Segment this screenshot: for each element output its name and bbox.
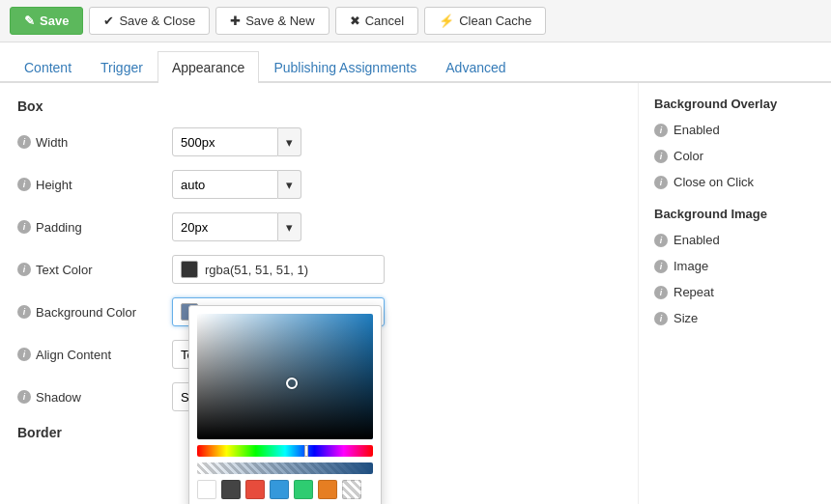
swatch-white[interactable] — [197, 480, 216, 499]
overlay-enabled-row: i Enabled — [654, 123, 816, 137]
image-repeat-row: i Repeat — [654, 285, 816, 299]
align-info-icon[interactable]: i — [17, 348, 31, 361]
color-swatches — [197, 480, 373, 499]
image-repeat-info-icon[interactable]: i — [654, 286, 668, 299]
tab-publishing[interactable]: Publishing Assignments — [259, 51, 431, 83]
width-control: ▾ — [172, 127, 301, 156]
width-info-icon[interactable]: i — [17, 135, 31, 149]
overlay-enabled-label: Enabled — [673, 123, 720, 137]
width-label: i Width — [17, 135, 172, 150]
hue-bar[interactable] — [197, 445, 373, 457]
width-input[interactable] — [172, 127, 278, 156]
right-panel: Background Overlay i Enabled i Color i C… — [638, 83, 831, 504]
save-new-button[interactable]: ✚ Save & New — [215, 7, 330, 35]
box-section-title: Box — [17, 98, 620, 114]
height-info-icon[interactable]: i — [17, 178, 31, 191]
text-color-field-row: i Text Color rgba(51, 51, 51, 1) — [17, 255, 620, 284]
tab-advanced[interactable]: Advanced — [431, 51, 520, 83]
swatch-blue[interactable] — [270, 480, 289, 499]
cancel-icon: ✖ — [350, 14, 360, 28]
text-color-info-icon[interactable]: i — [17, 263, 31, 276]
padding-input[interactable] — [172, 212, 278, 241]
image-size-info-icon[interactable]: i — [654, 312, 668, 325]
padding-dropdown[interactable]: ▾ — [278, 212, 301, 241]
swatch-orange[interactable] — [318, 480, 337, 499]
height-control: ▾ — [172, 170, 301, 199]
image-size-label: Size — [673, 311, 698, 325]
overlay-color-label: Color — [673, 149, 703, 163]
text-color-input[interactable]: rgba(51, 51, 51, 1) — [172, 255, 385, 284]
image-enabled-label: Enabled — [673, 233, 720, 247]
height-label: i Height — [17, 178, 172, 192]
image-enabled-row: i Enabled — [654, 233, 816, 247]
alpha-bar[interactable] — [197, 462, 373, 474]
height-field-row: i Height ▾ — [17, 170, 620, 199]
text-color-swatch — [181, 261, 198, 278]
image-image-label: Image — [673, 259, 708, 273]
save-close-button[interactable]: ✔ Save & Close — [89, 7, 210, 35]
image-size-row: i Size — [654, 311, 816, 325]
image-enabled-info-icon[interactable]: i — [654, 234, 668, 247]
padding-field-row: i Padding ▾ — [17, 212, 620, 241]
overlay-close-row: i Close on Click — [654, 175, 816, 189]
height-dropdown[interactable]: ▾ — [278, 170, 301, 199]
toolbar: ✎ Save ✔ Save & Close ✚ Save & New ✖ Can… — [0, 0, 831, 42]
swatch-green[interactable] — [294, 480, 313, 499]
bg-color-info-icon[interactable]: i — [17, 305, 31, 319]
picker-dot[interactable] — [286, 378, 298, 389]
tabs-bar: Content Trigger Appearance Publishing As… — [0, 42, 831, 83]
padding-info-icon[interactable]: i — [17, 220, 31, 234]
main-content: Box i Width ▾ i Height ▾ — [0, 83, 831, 504]
bg-color-label: i Background Color — [17, 305, 172, 320]
padding-label: i Padding — [17, 220, 172, 235]
image-repeat-label: Repeat — [673, 285, 714, 299]
clean-cache-button[interactable]: ⚡ Clean Cache — [424, 7, 546, 35]
overlay-color-info-icon[interactable]: i — [654, 150, 668, 163]
save-icon: ✎ — [24, 14, 35, 28]
color-picker-popup — [188, 305, 382, 504]
tab-appearance[interactable]: Appearance — [158, 51, 260, 83]
hue-handle[interactable] — [304, 445, 308, 457]
shadow-info-icon[interactable]: i — [17, 390, 31, 404]
overlay-close-label: Close on Click — [673, 175, 754, 189]
swatch-dark-gray[interactable] — [221, 480, 241, 499]
image-image-info-icon[interactable]: i — [654, 260, 668, 273]
left-panel: Box i Width ▾ i Height ▾ — [0, 83, 638, 504]
swatch-transparent[interactable] — [342, 480, 361, 499]
width-dropdown[interactable]: ▾ — [278, 127, 301, 156]
save-button[interactable]: ✎ Save — [10, 7, 83, 35]
lightning-icon: ⚡ — [439, 14, 454, 28]
height-input[interactable] — [172, 170, 278, 199]
bg-overlay-title: Background Overlay — [654, 97, 816, 111]
overlay-color-row: i Color — [654, 149, 816, 163]
width-field-row: i Width ▾ — [17, 127, 620, 156]
image-image-row: i Image — [654, 259, 816, 273]
overlay-enabled-info-icon[interactable]: i — [654, 124, 668, 137]
plus-icon: ✚ — [230, 14, 241, 28]
padding-control: ▾ — [172, 212, 301, 241]
checkmark-icon: ✔ — [103, 14, 114, 28]
overlay-close-info-icon[interactable]: i — [654, 176, 668, 189]
picker-gradient[interactable] — [197, 314, 373, 439]
shadow-label: i Shadow — [17, 390, 172, 405]
text-color-label: i Text Color — [17, 263, 172, 277]
tab-trigger[interactable]: Trigger — [86, 51, 158, 83]
cancel-button[interactable]: ✖ Cancel — [335, 7, 418, 35]
bg-image-title: Background Image — [654, 207, 816, 221]
align-content-label: i Align Content — [17, 348, 172, 362]
tab-content[interactable]: Content — [10, 51, 86, 83]
picker-gradient-dark — [197, 314, 373, 439]
swatch-red[interactable] — [245, 480, 265, 499]
